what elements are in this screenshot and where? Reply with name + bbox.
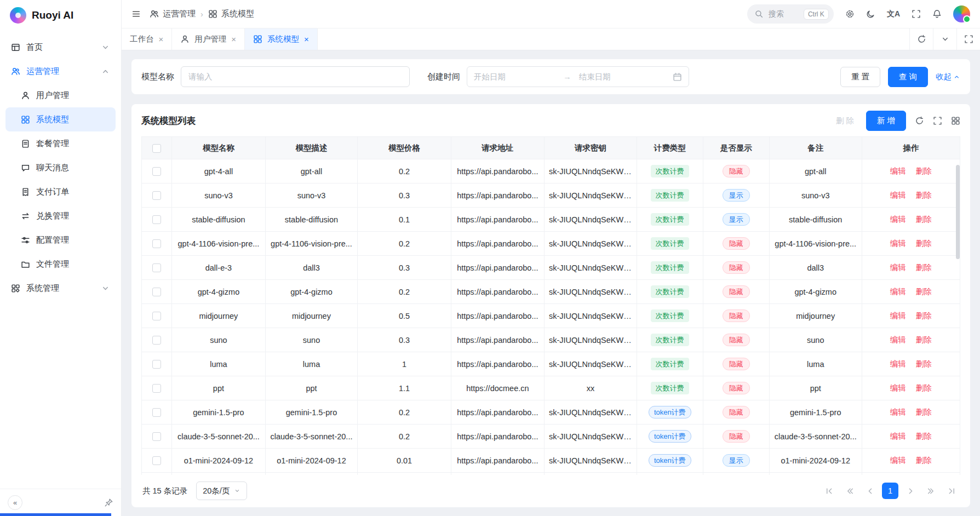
reset-button[interactable]: 重 置 xyxy=(840,67,880,87)
row-checkbox[interactable] xyxy=(152,432,161,441)
delete-link[interactable]: 删除 xyxy=(916,335,932,344)
sidebar-item-file-management[interactable]: 文件管理 xyxy=(5,252,116,276)
content-fullscreen-button[interactable] xyxy=(956,28,980,50)
column-settings-button[interactable] xyxy=(951,116,960,125)
breadcrumb-item-operations[interactable]: 运营管理 xyxy=(150,9,196,19)
language-button[interactable]: 文A xyxy=(887,9,900,19)
row-checkbox[interactable] xyxy=(152,288,161,296)
delete-link[interactable]: 删除 xyxy=(916,359,932,368)
dark-mode-button[interactable] xyxy=(866,9,875,19)
edit-link[interactable]: 编辑 xyxy=(890,287,906,296)
vertical-scrollbar[interactable] xyxy=(956,165,960,259)
row-checkbox[interactable] xyxy=(152,360,161,369)
row-checkbox[interactable] xyxy=(152,336,161,345)
row-checkbox[interactable] xyxy=(152,215,161,224)
query-button[interactable]: 查 询 xyxy=(888,67,928,87)
cell-billing-type: 次数计费 xyxy=(637,280,703,304)
cell-model-name: suno-v3 xyxy=(172,184,265,208)
close-icon[interactable]: × xyxy=(159,35,164,43)
delete-link[interactable]: 删除 xyxy=(916,383,932,392)
row-checkbox[interactable] xyxy=(152,263,161,272)
close-icon[interactable]: × xyxy=(304,35,309,43)
edit-link[interactable]: 编辑 xyxy=(890,359,906,368)
table-fullscreen-button[interactable] xyxy=(933,116,942,125)
sidebar-item-exchange-management[interactable]: 兑换管理 xyxy=(5,204,116,228)
settings-button[interactable] xyxy=(845,9,855,19)
tab-system-model[interactable]: 系统模型 × xyxy=(245,28,318,50)
row-checkbox[interactable] xyxy=(152,384,161,393)
sidebar-item-home[interactable]: 首页 xyxy=(5,35,116,59)
next-page-button[interactable] xyxy=(902,483,919,499)
first-page-button[interactable] xyxy=(821,483,838,499)
collapse-filter-link[interactable]: 收起 xyxy=(936,72,960,82)
tab-menu-button[interactable] xyxy=(933,28,956,50)
edit-link[interactable]: 编辑 xyxy=(890,383,906,392)
tab-workbench[interactable]: 工作台 × xyxy=(122,28,172,50)
breadcrumb-item-system-model[interactable]: 系统模型 xyxy=(208,9,254,19)
edit-link[interactable]: 编辑 xyxy=(890,311,906,320)
prev-pages-button[interactable] xyxy=(841,483,858,499)
delete-link[interactable]: 删除 xyxy=(916,215,932,223)
row-checkbox[interactable] xyxy=(152,191,161,200)
delete-link[interactable]: 删除 xyxy=(916,311,932,320)
fullscreen-button[interactable] xyxy=(912,9,921,19)
edit-link[interactable]: 编辑 xyxy=(890,191,906,199)
date-range-picker[interactable]: 开始日期 → 结束日期 xyxy=(467,66,689,87)
sidebar-item-package-management[interactable]: 套餐管理 xyxy=(5,131,116,156)
cell-request-key: sk-JIUQLNndqSeKWU... xyxy=(545,352,637,376)
billing-tag: 次数计费 xyxy=(651,334,689,346)
sidebar-item-system-model[interactable]: 系统模型 xyxy=(5,107,116,131)
bulk-delete-button[interactable]: 删 除 xyxy=(833,116,857,126)
billing-tag: token计费 xyxy=(649,406,691,418)
page-size-select[interactable]: 20条/页 xyxy=(196,481,247,500)
prev-page-button[interactable] xyxy=(862,483,878,499)
app-logo[interactable]: Ruoyi AI xyxy=(0,0,121,31)
edit-link[interactable]: 编辑 xyxy=(890,432,906,440)
close-icon[interactable]: × xyxy=(231,35,236,43)
sidebar-item-payment-orders[interactable]: 支付订单 xyxy=(5,180,116,204)
row-checkbox[interactable] xyxy=(152,239,161,248)
refresh-tab-button[interactable] xyxy=(909,28,933,50)
cell-actions: 编辑 删除 xyxy=(862,425,960,449)
delete-link[interactable]: 删除 xyxy=(916,263,932,272)
edit-link[interactable]: 编辑 xyxy=(890,408,906,416)
last-page-button[interactable] xyxy=(943,483,959,499)
edit-link[interactable]: 编辑 xyxy=(890,167,906,175)
notifications-button[interactable] xyxy=(932,9,942,19)
sidebar-item-system-management[interactable]: 系统管理 xyxy=(5,276,116,300)
menu-toggle-button[interactable] xyxy=(131,9,141,19)
delete-link[interactable]: 删除 xyxy=(916,456,932,465)
edit-link[interactable]: 编辑 xyxy=(890,456,906,465)
current-page-button[interactable]: 1 xyxy=(882,483,898,499)
edit-link[interactable]: 编辑 xyxy=(890,335,906,344)
row-checkbox[interactable] xyxy=(152,456,161,465)
sidebar-item-user-management[interactable]: 用户管理 xyxy=(5,83,116,107)
pin-icon[interactable] xyxy=(104,498,113,507)
cell-model-description: gpt-all xyxy=(265,159,358,184)
tab-user-management[interactable]: 用户管理 × xyxy=(172,28,245,50)
row-checkbox[interactable] xyxy=(152,312,161,320)
delete-link[interactable]: 删除 xyxy=(916,408,932,416)
row-checkbox[interactable] xyxy=(152,408,161,417)
delete-link[interactable]: 删除 xyxy=(916,287,932,296)
delete-link[interactable]: 删除 xyxy=(916,239,932,248)
edit-link[interactable]: 编辑 xyxy=(890,263,906,272)
row-checkbox[interactable] xyxy=(152,167,161,176)
add-button[interactable]: 新 增 xyxy=(866,111,906,131)
cell-request-key: sk-JIUQLNndqSeKWU... xyxy=(545,256,637,280)
edit-link[interactable]: 编辑 xyxy=(890,215,906,223)
sidebar-item-operations[interactable]: 运营管理 xyxy=(5,59,116,83)
sidebar-item-config-management[interactable]: 配置管理 xyxy=(5,228,116,252)
model-name-input[interactable] xyxy=(181,66,410,87)
delete-link[interactable]: 删除 xyxy=(916,191,932,199)
global-search[interactable]: 搜索 Ctrl K xyxy=(747,4,834,24)
delete-link[interactable]: 删除 xyxy=(916,432,932,440)
user-avatar[interactable] xyxy=(953,5,970,22)
sidebar-collapse-button[interactable]: « xyxy=(8,495,22,510)
edit-link[interactable]: 编辑 xyxy=(890,239,906,248)
sidebar-item-chat-messages[interactable]: 聊天消息 xyxy=(5,156,116,180)
delete-link[interactable]: 删除 xyxy=(916,167,932,175)
select-all-checkbox[interactable] xyxy=(152,144,161,153)
next-pages-button[interactable] xyxy=(922,483,939,499)
table-refresh-button[interactable] xyxy=(915,116,924,125)
